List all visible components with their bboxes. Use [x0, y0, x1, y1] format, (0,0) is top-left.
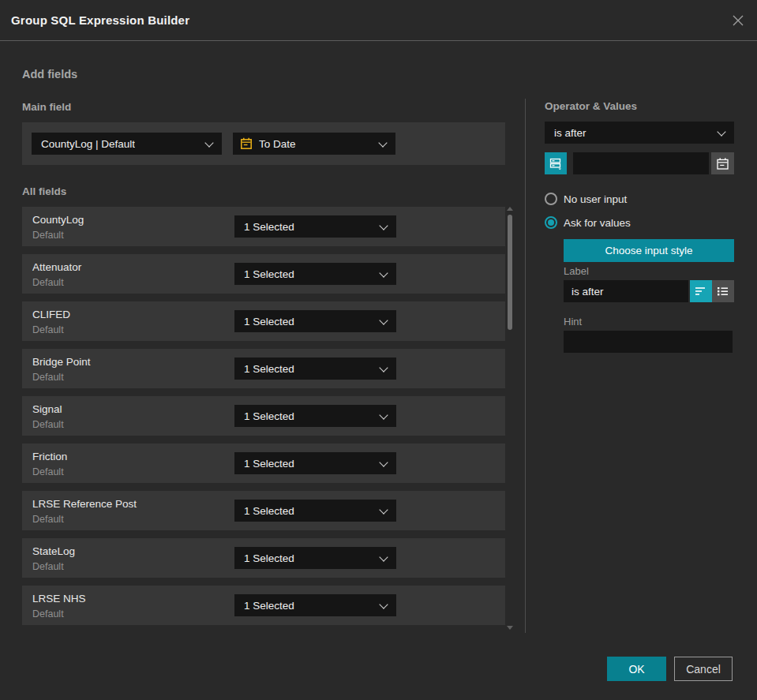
field-name: LRSE NHS: [32, 593, 86, 605]
field-name: Friction: [32, 451, 67, 462]
main-date-select[interactable]: To Date: [233, 133, 395, 155]
field-values-select-value: 1 Selected: [244, 600, 294, 612]
field-values-select-value: 1 Selected: [244, 363, 294, 375]
chevron-down-icon: [717, 127, 725, 136]
scrollbar-thumb[interactable]: [508, 215, 512, 330]
field-name: LRSE Reference Post: [32, 498, 137, 510]
group-sql-expression-builder-dialog: Group SQL Expression Builder Add fields …: [0, 0, 757, 700]
title-bar: Group SQL Expression Builder: [0, 0, 757, 41]
operator-values-heading: Operator & Values: [545, 100, 637, 112]
chevron-down-icon: [204, 138, 213, 147]
panel-divider: [525, 99, 526, 633]
field-subtitle: Default: [32, 466, 64, 477]
field-row-bridge-point: Bridge Point Default 1 Selected: [22, 349, 505, 388]
field-values-select-value: 1 Selected: [244, 505, 294, 517]
field-values-select-value: 1 Selected: [244, 552, 294, 564]
field-name: Bridge Point: [32, 356, 91, 368]
field-row-statelog: StateLog Default 1 Selected: [22, 538, 505, 578]
field-values-select[interactable]: 1 Selected: [234, 215, 396, 238]
field-row-attenuator: Attenuator Default 1 Selected: [22, 254, 505, 294]
field-name: CLIFED: [32, 309, 70, 320]
field-subtitle: Default: [32, 419, 64, 430]
field-values-select[interactable]: 1 Selected: [234, 594, 396, 616]
chevron-down-icon: [379, 268, 388, 277]
field-values-select-value: 1 Selected: [244, 316, 294, 328]
field-values-select[interactable]: 1 Selected: [234, 357, 396, 380]
field-subtitle: Default: [32, 514, 64, 525]
field-values-select[interactable]: 1 Selected: [234, 500, 396, 522]
chevron-down-icon: [379, 410, 388, 419]
radio-ask-for-values-label: Ask for values: [564, 217, 631, 229]
main-field-select-value: CountyLog | Default: [41, 138, 135, 150]
field-values-select[interactable]: 1 Selected: [234, 263, 396, 285]
scroll-down-arrow-icon[interactable]: [507, 626, 513, 630]
radio-circle-selected-icon[interactable]: [545, 216, 557, 229]
unique-values-stack-icon[interactable]: [545, 152, 567, 174]
hint-section-label: Hint: [564, 316, 582, 328]
operator-select-value: is after: [554, 127, 586, 139]
field-values-select-value: 1 Selected: [244, 458, 294, 470]
hint-input[interactable]: [564, 331, 733, 353]
align-left-icon[interactable]: [690, 280, 712, 302]
field-subtitle: Default: [32, 324, 64, 335]
ok-button[interactable]: OK: [607, 657, 666, 681]
value-input[interactable]: [573, 152, 709, 174]
radio-ask-for-values[interactable]: Ask for values: [545, 216, 631, 229]
chevron-down-icon: [378, 138, 387, 147]
field-subtitle: Default: [32, 561, 64, 572]
field-row-clifed: CLIFED Default 1 Selected: [22, 301, 505, 341]
field-name: CountyLog: [32, 214, 84, 226]
chevron-down-icon: [379, 221, 388, 230]
radio-circle-icon[interactable]: [545, 193, 557, 205]
date-picker-calendar-icon[interactable]: [711, 152, 734, 174]
field-row-signal: Signal Default 1 Selected: [22, 396, 505, 436]
all-fields-list: CountyLog Default 1 Selected Attenuator …: [22, 207, 505, 625]
main-field-label: Main field: [22, 101, 71, 113]
field-values-select[interactable]: 1 Selected: [234, 452, 396, 474]
label-section-label: Label: [564, 265, 589, 277]
chevron-down-icon: [379, 552, 388, 561]
all-fields-label: All fields: [22, 185, 66, 197]
scroll-up-arrow-icon[interactable]: [507, 207, 513, 211]
field-values-select[interactable]: 1 Selected: [234, 310, 396, 332]
field-values-select-value: 1 Selected: [244, 268, 294, 280]
close-icon[interactable]: [730, 13, 746, 28]
chevron-down-icon: [379, 505, 388, 514]
chevron-down-icon: [379, 458, 388, 466]
chevron-down-icon: [379, 600, 388, 608]
main-date-select-value: To Date: [259, 138, 296, 150]
main-field-select[interactable]: CountyLog | Default: [32, 133, 222, 155]
label-input[interactable]: [564, 280, 688, 302]
main-field-panel: CountyLog | Default To Date: [22, 122, 505, 165]
field-subtitle: Default: [32, 230, 64, 241]
cancel-button[interactable]: Cancel: [674, 657, 733, 681]
fields-scrollbar[interactable]: [505, 205, 515, 631]
field-row-lrse-reference-post: LRSE Reference Post Default 1 Selected: [22, 491, 505, 530]
field-subtitle: Default: [32, 277, 64, 288]
dialog-title: Group SQL Expression Builder: [11, 13, 189, 27]
calendar-icon: [240, 137, 253, 150]
field-row-lrse-nhs: LRSE NHS Default 1 Selected: [22, 586, 505, 625]
chevron-down-icon: [379, 316, 388, 324]
field-values-select[interactable]: 1 Selected: [234, 405, 396, 427]
chevron-down-icon: [379, 363, 388, 372]
radio-no-user-input-label: No user input: [564, 193, 627, 205]
field-values-select-value: 1 Selected: [244, 221, 294, 233]
radio-no-user-input[interactable]: No user input: [545, 193, 627, 205]
field-name: StateLog: [32, 545, 75, 557]
field-row-friction: Friction Default 1 Selected: [22, 444, 505, 483]
add-fields-heading: Add fields: [22, 68, 77, 80]
field-values-select[interactable]: 1 Selected: [234, 547, 396, 569]
field-name: Signal: [32, 403, 62, 415]
operator-select[interactable]: is after: [545, 122, 734, 144]
field-row-countylog: CountyLog Default 1 Selected: [22, 207, 505, 246]
field-values-select-value: 1 Selected: [244, 410, 294, 422]
bulleted-list-icon[interactable]: [712, 280, 734, 302]
field-subtitle: Default: [32, 608, 64, 620]
field-name: Attenuator: [32, 261, 81, 273]
field-subtitle: Default: [32, 372, 64, 383]
choose-input-style-button[interactable]: Choose input style: [564, 239, 734, 262]
